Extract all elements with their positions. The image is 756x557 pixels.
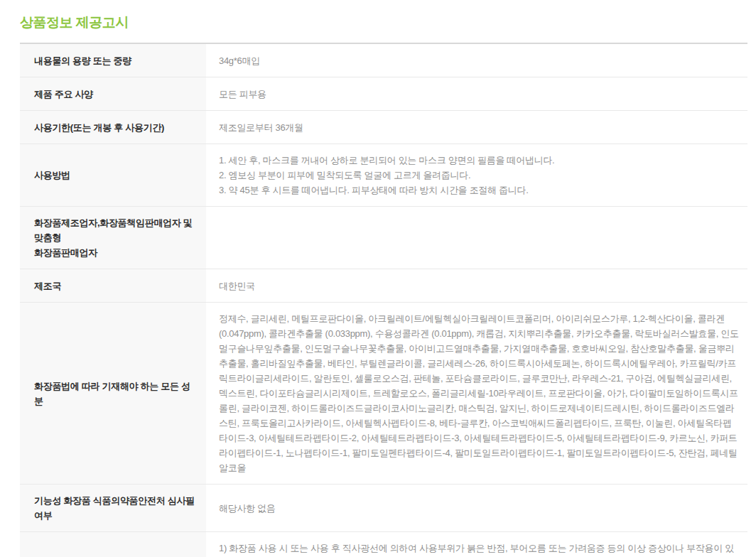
row-value — [206, 207, 747, 269]
row-label-text: 내용물의 용량 또는 중량 — [34, 53, 198, 68]
product-info-section: 상품정보 제공고시 내용물의 용량 또는 중량 34g*6매입 제품 주요 사양… — [0, 0, 756, 557]
row-label-text: 사용방법 — [34, 168, 198, 183]
row-label: 제조국 — [20, 269, 206, 302]
row-label-text: 기능성 화장품 식품의약품안전처 심사필 여부 — [34, 493, 198, 523]
row-value: 34g*6매입 — [206, 44, 747, 77]
row-label: 제품 주요 사양 — [20, 77, 206, 110]
product-info-table: 내용물의 용량 또는 중량 34g*6매입 제품 주요 사양 모든 피부용 사용… — [20, 43, 747, 557]
table-row: 제품 주요 사양 모든 피부용 — [20, 77, 747, 111]
row-label: 기능성 화장품 식품의약품안전처 심사필 여부 — [20, 485, 206, 531]
table-row: 화장품제조업자,화장품책임판매업자 및 맞춤형화장품판매업자 — [20, 207, 747, 269]
table-row: 화장품법에 따라 기재해야 하는 모든 성분 정제수, 글리세린, 메틸프로판다… — [20, 303, 747, 485]
row-value-text: 3. 약 45분 후 시트를 떼어냅니다. 피부상태에 따라 방치 시간을 조절… — [219, 183, 740, 198]
row-label: 사용방법 — [20, 144, 206, 206]
row-value: 해당사항 없음 — [206, 485, 747, 531]
row-label-text: 화장품제조업자,화장품책임판매업자 및 맞춤형 — [34, 215, 198, 245]
row-label-text: 화장품법에 따라 기재해야 하는 모든 성분 — [34, 379, 198, 409]
row-value: 모든 피부용 — [206, 77, 747, 110]
table-row: 기능성 화장품 식품의약품안전처 심사필 여부 해당사항 없음 — [20, 485, 747, 532]
page-title: 상품정보 제공고시 — [20, 0, 747, 43]
row-label: 사용할 때의 주의사항 — [20, 532, 206, 557]
row-label-text: 제조국 — [34, 278, 198, 293]
row-label-text: 사용기한(또는 개봉 후 사용기간) — [34, 120, 198, 135]
row-label: 내용물의 용량 또는 중량 — [20, 44, 206, 77]
row-value-text: 제조일로부터 36개월 — [219, 120, 740, 135]
row-value: 제조일로부터 36개월 — [206, 111, 747, 144]
row-label: 사용기한(또는 개봉 후 사용기간) — [20, 111, 206, 144]
table-row: 사용방법 1. 세안 후, 마스크를 꺼내어 상하로 분리되어 있는 마스크 양… — [20, 144, 747, 207]
row-value-text: 정제수, 글리세린, 메틸프로판다이올, 아크릴레이트/에틸헥실아크릴레이트코폴… — [219, 311, 740, 475]
row-value-text: 해당사항 없음 — [219, 501, 740, 516]
table-row: 내용물의 용량 또는 중량 34g*6매입 — [20, 44, 747, 77]
row-value: 1) 화장품 사용 시 또는 사용 후 직사광선에 의하여 사용부위가 붉은 반… — [206, 532, 747, 557]
table-row: 사용할 때의 주의사항 1) 화장품 사용 시 또는 사용 후 직사광선에 의하… — [20, 532, 747, 557]
row-value: 1. 세안 후, 마스크를 꺼내어 상하로 분리되어 있는 마스크 양면의 필름… — [206, 144, 747, 206]
row-value-text: 34g*6매입 — [219, 53, 740, 68]
row-value-text: 1. 세안 후, 마스크를 꺼내어 상하로 분리되어 있는 마스크 양면의 필름… — [219, 153, 740, 168]
row-value: 정제수, 글리세린, 메틸프로판다이올, 아크릴레이트/에틸헥실아크릴레이트코폴… — [206, 303, 747, 484]
row-value-text: 1) 화장품 사용 시 또는 사용 후 직사광선에 의하여 사용부위가 붉은 반… — [219, 541, 740, 557]
row-label-text: 화장품판매업자 — [34, 245, 198, 260]
table-row: 제조국 대한민국 — [20, 269, 747, 303]
row-label: 화장품법에 따라 기재해야 하는 모든 성분 — [20, 303, 206, 484]
row-value: 대한민국 — [206, 269, 747, 302]
row-value-text: 대한민국 — [219, 278, 740, 293]
row-label-text: 제품 주요 사양 — [34, 87, 198, 102]
table-row: 사용기한(또는 개봉 후 사용기간) 제조일로부터 36개월 — [20, 111, 747, 144]
row-value-text: 모든 피부용 — [219, 87, 740, 102]
row-label: 화장품제조업자,화장품책임판매업자 및 맞춤형화장품판매업자 — [20, 207, 206, 269]
row-value-text: 2. 엠보싱 부분이 피부에 밀착되도록 얼굴에 고르게 올려줍니다. — [219, 168, 740, 183]
